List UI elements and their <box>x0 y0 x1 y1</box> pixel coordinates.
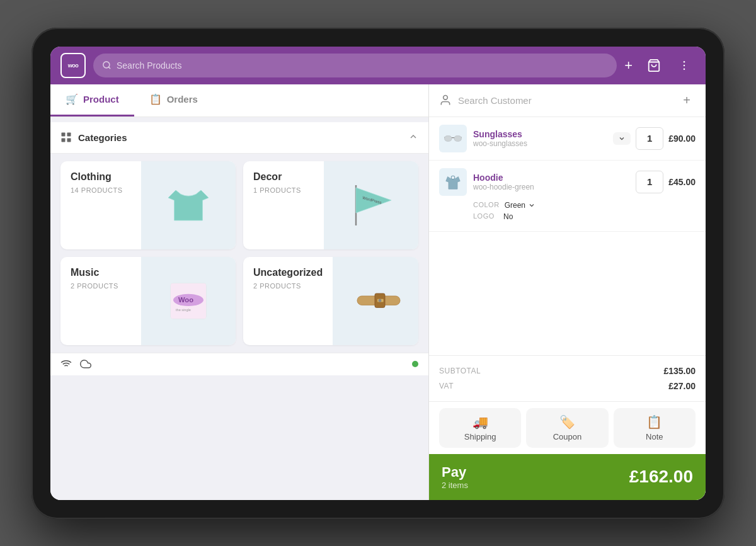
category-name-decor: Decor <box>253 171 314 183</box>
shipping-label: Shipping <box>464 432 496 441</box>
category-count-clothing: 14 PRODUCTS <box>71 186 131 194</box>
more-icon <box>678 59 690 72</box>
sunglasses-quantity[interactable]: 1 <box>636 127 663 150</box>
vat-value: £27.00 <box>668 381 696 391</box>
subtotal-value: £135.00 <box>663 366 696 376</box>
svg-point-4 <box>684 68 685 70</box>
tshirt-icon <box>163 180 214 230</box>
sunglasses-sku: woo-sunglasses <box>473 139 607 148</box>
clothing-image <box>141 161 236 249</box>
note-icon: 📋 <box>646 414 662 429</box>
customer-icon <box>439 94 452 106</box>
sunglasses-variant-dropdown[interactable] <box>613 132 631 145</box>
svg-point-0 <box>103 62 110 68</box>
product-search-bar[interactable]: Search Products <box>93 54 617 77</box>
customer-bar: Search Customer + <box>429 84 706 117</box>
category-card-clothing[interactable]: Clothing 14 PRODUCTS <box>60 161 236 249</box>
top-bar: woo Search Products + <box>50 47 706 84</box>
note-label: Note <box>646 432 663 441</box>
left-panel: 🛒 Product 📋 Orders Categories <box>50 84 428 500</box>
categories-icon <box>60 132 72 143</box>
pay-items-count: 2 items <box>442 481 468 490</box>
search-icon <box>102 60 112 70</box>
chevron-down-icon <box>618 135 626 142</box>
woo-logo[interactable]: woo <box>60 53 86 78</box>
svg-rect-5 <box>62 133 66 137</box>
basket-button[interactable] <box>643 54 665 77</box>
svg-point-2 <box>684 60 685 62</box>
category-count-music: 2 PRODUCTS <box>71 282 131 290</box>
pay-label: Pay <box>442 464 468 481</box>
pennant-icon: WordPress <box>346 180 396 230</box>
sunglasses-name: Sunglasses <box>473 129 607 139</box>
svg-rect-7 <box>62 139 66 142</box>
add-customer-button[interactable]: + <box>678 91 696 109</box>
hoodie-quantity[interactable]: 1 <box>636 171 663 193</box>
category-card-uncategorized[interactable]: Uncategorized 2 PRODUCTS <box>243 257 418 345</box>
hoodie-icon <box>444 173 462 191</box>
color-dropdown-icon[interactable] <box>528 202 536 209</box>
order-item-hoodie: Hoodie woo-hoodie-green 1 £45.00 COLOR <box>429 161 706 232</box>
color-variant: COLOR Green <box>473 201 696 210</box>
note-button[interactable]: 📋 Note <box>614 408 696 448</box>
sunglasses-icon <box>444 130 462 147</box>
category-name-uncategorized: Uncategorized <box>253 267 323 278</box>
order-item-sunglasses: Sunglasses woo-sunglasses 1 £90.00 <box>429 117 706 161</box>
svg-point-22 <box>444 96 448 100</box>
color-value: Green <box>505 201 525 210</box>
product-tab-icon: 🛒 <box>66 93 78 105</box>
tabs-bar: 🛒 Product 📋 Orders <box>50 84 428 117</box>
coupon-button[interactable]: 🏷️ Coupon <box>526 408 608 448</box>
add-product-button[interactable]: + <box>624 57 633 74</box>
tab-orders-label: Orders <box>167 94 198 105</box>
categories-label: Categories <box>78 132 402 143</box>
category-card-decor[interactable]: Decor 1 PRODUCTS WordPress <box>243 161 418 249</box>
status-bar <box>50 353 428 375</box>
hoodie-thumbnail <box>439 168 467 196</box>
svg-rect-8 <box>67 139 71 142</box>
tab-product-label: Product <box>83 94 119 105</box>
svg-rect-23 <box>445 135 452 140</box>
category-name-music: Music <box>71 267 131 278</box>
svg-rect-6 <box>67 133 71 137</box>
coupon-label: Coupon <box>553 432 582 441</box>
woo-album-icon: Woo the single <box>163 276 214 326</box>
online-status-dot <box>412 361 418 367</box>
belt-icon <box>355 276 405 326</box>
hoodie-variants: COLOR Green LOGO No <box>439 201 696 221</box>
svg-text:Woo: Woo <box>178 295 193 303</box>
main-content: 🛒 Product 📋 Orders Categories <box>50 84 706 500</box>
logo-variant: LOGO No <box>473 212 696 221</box>
category-count-decor: 1 PRODUCTS <box>253 186 314 194</box>
sunglasses-price: £90.00 <box>668 134 696 144</box>
hoodie-price: £45.00 <box>668 177 696 187</box>
sunglasses-thumbnail <box>439 125 467 152</box>
uncategorized-image <box>333 257 418 345</box>
logo-value: No <box>503 212 513 221</box>
category-card-music[interactable]: Music 2 PRODUCTS Woo the single <box>60 257 236 345</box>
hoodie-name: Hoodie <box>473 173 629 183</box>
categories-toggle[interactable] <box>408 132 418 144</box>
customer-search-placeholder[interactable]: Search Customer <box>458 95 672 106</box>
shipping-button[interactable]: 🚚 Shipping <box>439 408 521 448</box>
category-name-clothing: Clothing <box>71 171 131 183</box>
search-placeholder: Search Products <box>117 60 182 71</box>
vat-label: VAT <box>439 382 454 390</box>
hoodie-sku: woo-hoodie-green <box>473 183 629 191</box>
more-menu-button[interactable] <box>673 54 696 77</box>
decor-image: WordPress <box>324 161 418 249</box>
pay-amount: £162.00 <box>629 467 693 487</box>
cloud-icon <box>79 358 92 370</box>
wifi-icon <box>60 358 72 370</box>
coupon-icon: 🏷️ <box>559 414 575 429</box>
svg-text:the single: the single <box>176 308 191 312</box>
svg-point-3 <box>684 64 685 66</box>
right-panel: Search Customer + <box>428 84 706 500</box>
tab-product[interactable]: 🛒 Product <box>50 84 134 117</box>
tab-orders[interactable]: 📋 Orders <box>134 84 213 117</box>
pay-button[interactable]: Pay 2 items £162.00 <box>429 454 706 500</box>
subtotal-row: SUBTOTAL £135.00 <box>439 363 696 378</box>
music-image: Woo the single <box>141 257 236 345</box>
vat-row: VAT £27.00 <box>439 378 696 394</box>
color-label: COLOR <box>473 201 500 210</box>
